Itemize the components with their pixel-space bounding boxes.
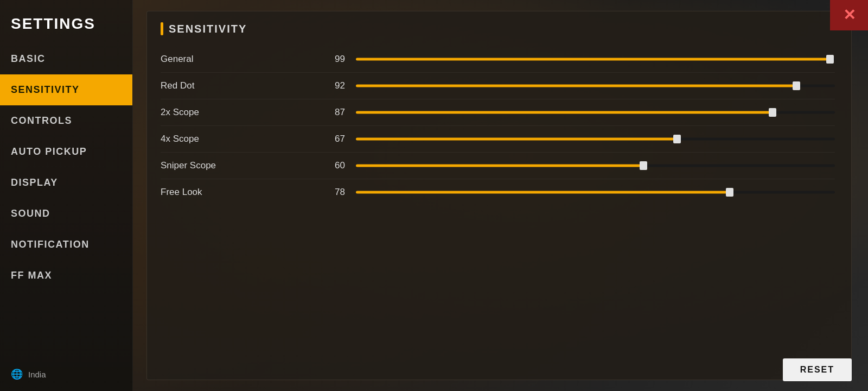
slider-thumb-4x-scope[interactable] [673,135,681,143]
panel-accent-bar [161,22,163,35]
slider-row-free-look: Free Look78 [161,179,835,205]
slider-value-red-dot: 92 [312,80,345,91]
settings-container: SETTINGS BASICSENSITIVITYCONTROLSAUTO PI… [0,0,868,391]
slider-value-free-look: 78 [312,187,345,198]
sidebar-item-sound[interactable]: SOUND [0,198,132,229]
sidebar-item-basic[interactable]: BASIC [0,43,132,74]
sensitivity-panel: SENSITIVITY General99Red Dot922x Scope87… [146,11,852,380]
globe-icon: 🌐 [11,368,23,380]
slider-value-2x-scope: 87 [312,107,345,118]
panel-title: SENSITIVITY [169,23,247,35]
slider-row-2x-scope: 2x Scope87 [161,99,835,126]
sidebar-item-ff-max[interactable]: FF MAX [0,260,132,291]
slider-thumb-general[interactable] [826,55,834,64]
slider-track-fill-2x-scope [356,111,773,114]
slider-thumb-free-look[interactable] [726,188,733,197]
slider-track-fill-4x-scope [356,138,677,141]
sidebar-item-sensitivity[interactable]: SENSITIVITY [0,74,132,105]
region-label: India [28,370,46,379]
slider-value-general: 99 [312,54,345,65]
slider-track-fill-free-look [356,191,730,194]
slider-thumb-red-dot[interactable] [793,81,800,90]
slider-track-fill-sniper-scope [356,165,643,167]
slider-track-fill-general [356,58,830,61]
sidebar-item-auto-pickup[interactable]: AUTO PICKUP [0,136,132,167]
sidebar-item-display[interactable]: DISPLAY [0,167,132,198]
slider-label-sniper-scope: Sniper Scope [161,160,312,171]
sliders-container: General99Red Dot922x Scope874x Scope67Sn… [161,46,835,205]
sidebar-nav: BASICSENSITIVITYCONTROLSAUTO PICKUPDISPL… [0,43,132,291]
slider-track-general[interactable] [356,57,835,61]
reset-button[interactable]: RESET [783,358,852,381]
settings-title: SETTINGS [0,5,132,43]
slider-value-4x-scope: 67 [312,134,345,144]
slider-track-free-look[interactable] [356,190,835,194]
close-icon: ✕ [843,8,856,23]
slider-label-2x-scope: 2x Scope [161,107,312,118]
slider-track-2x-scope[interactable] [356,110,835,115]
slider-row-sniper-scope: Sniper Scope60 [161,153,835,179]
slider-row-red-dot: Red Dot92 [161,73,835,99]
sidebar-item-controls[interactable]: CONTROLS [0,105,132,136]
sidebar-item-notification[interactable]: NOTIFICATION [0,229,132,260]
sidebar-footer: 🌐 India [0,357,132,391]
slider-track-sniper-scope[interactable] [356,163,835,168]
slider-label-free-look: Free Look [161,187,312,198]
slider-thumb-sniper-scope[interactable] [640,161,647,170]
slider-label-4x-scope: 4x Scope [161,134,312,144]
slider-label-general: General [161,54,312,65]
slider-track-4x-scope[interactable] [356,137,835,141]
slider-label-red-dot: Red Dot [161,80,312,91]
main-content: SENSITIVITY General99Red Dot922x Scope87… [133,0,868,391]
panel-header: SENSITIVITY [161,22,835,35]
sidebar: SETTINGS BASICSENSITIVITYCONTROLSAUTO PI… [0,0,133,391]
slider-thumb-2x-scope[interactable] [769,108,776,117]
slider-value-sniper-scope: 60 [312,160,345,171]
slider-row-general: General99 [161,46,835,73]
close-button[interactable]: ✕ [830,0,868,30]
slider-track-red-dot[interactable] [356,84,835,88]
slider-track-fill-red-dot [356,85,796,87]
slider-row-4x-scope: 4x Scope67 [161,126,835,153]
reset-button-area: RESET [783,358,852,381]
